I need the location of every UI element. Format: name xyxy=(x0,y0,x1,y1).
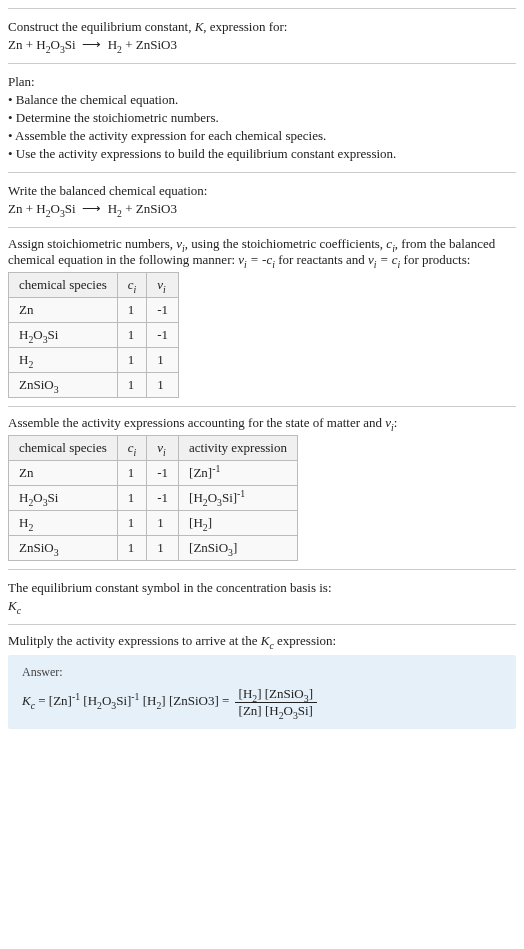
answer-label: Answer: xyxy=(22,665,502,680)
th-species: chemical species xyxy=(9,273,118,298)
cell-species: ZnSiO3 xyxy=(9,536,118,561)
balanced-equation: Zn + H2O3Si ⟶ H2 + ZnSiO3 xyxy=(8,201,516,217)
multiply-heading: Mulitply the activity expressions to arr… xyxy=(8,633,516,649)
intro-text1: Construct the equilibrium constant, xyxy=(8,19,195,34)
c-i: ci xyxy=(386,236,395,251)
intro-text2: , expression for: xyxy=(203,19,287,34)
symbol-text: The equilibrium constant symbol in the c… xyxy=(8,580,516,596)
kc-sym: Kc xyxy=(261,633,274,648)
table-row: ZnSiO3 1 1 [ZnSiO3] xyxy=(9,536,298,561)
balanced-heading: Write the balanced chemical equation: xyxy=(8,183,516,199)
rel1: νi = -ci xyxy=(238,252,275,267)
stoich-table: chemical species ci νi Zn 1 -1 H2O3Si 1 … xyxy=(8,272,179,398)
cell-v: 1 xyxy=(147,348,179,373)
th-nui: νi xyxy=(147,273,179,298)
table-row: H2 1 1 [H2] xyxy=(9,511,298,536)
table-row: H2O3Si 1 -1 xyxy=(9,323,179,348)
activity-h1: Assemble the activity expressions accoun… xyxy=(8,415,385,430)
plan-item-3: • Use the activity expressions to build … xyxy=(8,146,516,162)
cell-species: Zn xyxy=(9,298,118,323)
answer-box: Answer: Kc = [Zn]-1 [H2O3Si]-1 [H2] [ZnS… xyxy=(8,655,516,729)
cell-v: -1 xyxy=(147,298,179,323)
assign-t1: Assign stoichiometric numbers, xyxy=(8,236,176,251)
multiply-h2: expression: xyxy=(274,633,336,648)
cell-species: ZnSiO3 xyxy=(9,373,118,398)
plan-section: Plan: • Balance the chemical equation. •… xyxy=(8,63,516,172)
cell-a: [Zn]-1 xyxy=(179,461,298,486)
activity-section: Assemble the activity expressions accoun… xyxy=(8,406,516,569)
activity-heading: Assemble the activity expressions accoun… xyxy=(8,415,516,431)
cell-species: H2O3Si xyxy=(9,486,118,511)
assign-text: Assign stoichiometric numbers, νi, using… xyxy=(8,236,516,268)
cell-c: 1 xyxy=(117,511,147,536)
answer-equation: Kc = [Zn]-1 [H2O3Si]-1 [H2] [ZnSiO3] = [… xyxy=(22,686,502,719)
cell-c: 1 xyxy=(117,298,147,323)
cell-a: [ZnSiO3] xyxy=(179,536,298,561)
cell-v: -1 xyxy=(147,323,179,348)
plan-heading: Plan: xyxy=(8,74,516,90)
cell-a: [H2O3Si]-1 xyxy=(179,486,298,511)
nu-i-2: νi xyxy=(385,415,394,430)
cell-c: 1 xyxy=(117,461,147,486)
answer-mid: = [Zn]-1 [H2O3Si]-1 [H2] [ZnSiO3] = xyxy=(38,693,232,708)
cell-species: H2 xyxy=(9,511,118,536)
cell-c: 1 xyxy=(117,536,147,561)
intro-equation: Zn + H2O3Si ⟶ H2 + ZnSiO3 xyxy=(8,37,516,53)
table-header-row: chemical species ci νi xyxy=(9,273,179,298)
multiply-section: Mulitply the activity expressions to arr… xyxy=(8,624,516,737)
rel2: νi = ci xyxy=(368,252,400,267)
th-nui: νi xyxy=(147,436,179,461)
plan-item-1: • Determine the stoichiometric numbers. xyxy=(8,110,516,126)
intro-prompt: Construct the equilibrium constant, K, e… xyxy=(8,19,516,35)
kc-lhs: Kc xyxy=(22,693,35,708)
table-row: ZnSiO3 1 1 xyxy=(9,373,179,398)
table-row: Zn 1 -1 xyxy=(9,298,179,323)
balanced-section: Write the balanced chemical equation: Zn… xyxy=(8,172,516,227)
assign-t5: for products: xyxy=(400,252,470,267)
assign-section: Assign stoichiometric numbers, νi, using… xyxy=(8,227,516,406)
cell-c: 1 xyxy=(117,486,147,511)
activity-table: chemical species ci νi activity expressi… xyxy=(8,435,298,561)
cell-species: Zn xyxy=(9,461,118,486)
table-header-row: chemical species ci νi activity expressi… xyxy=(9,436,298,461)
cell-v: 1 xyxy=(147,536,179,561)
th-activity: activity expression xyxy=(179,436,298,461)
cell-v: 1 xyxy=(147,511,179,536)
cell-v: 1 xyxy=(147,373,179,398)
cell-v: -1 xyxy=(147,486,179,511)
plan-item-0: • Balance the chemical equation. xyxy=(8,92,516,108)
assign-t4: for reactants and xyxy=(275,252,368,267)
activity-h2: : xyxy=(394,415,398,430)
cell-c: 1 xyxy=(117,323,147,348)
cell-species: H2 xyxy=(9,348,118,373)
th-ci: ci xyxy=(117,273,147,298)
cell-species: H2O3Si xyxy=(9,323,118,348)
fraction-numerator: [H2] [ZnSiO3] xyxy=(235,686,317,703)
multiply-h1: Mulitply the activity expressions to arr… xyxy=(8,633,261,648)
th-species: chemical species xyxy=(9,436,118,461)
cell-v: -1 xyxy=(147,461,179,486)
symbol-section: The equilibrium constant symbol in the c… xyxy=(8,569,516,624)
table-row: H2O3Si 1 -1 [H2O3Si]-1 xyxy=(9,486,298,511)
cell-c: 1 xyxy=(117,373,147,398)
symbol-value: Kc xyxy=(8,598,516,614)
answer-fraction: [H2] [ZnSiO3] [Zn] [H2O3Si] xyxy=(235,686,317,719)
assign-t2: , using the stoichiometric coefficients, xyxy=(185,236,387,251)
cell-a: [H2] xyxy=(179,511,298,536)
fraction-denominator: [Zn] [H2O3Si] xyxy=(235,703,317,719)
table-row: H2 1 1 xyxy=(9,348,179,373)
th-ci: ci xyxy=(117,436,147,461)
intro-section: Construct the equilibrium constant, K, e… xyxy=(8,8,516,63)
cell-c: 1 xyxy=(117,348,147,373)
table-row: Zn 1 -1 [Zn]-1 xyxy=(9,461,298,486)
plan-item-2: • Assemble the activity expression for e… xyxy=(8,128,516,144)
nu-i: νi xyxy=(176,236,185,251)
